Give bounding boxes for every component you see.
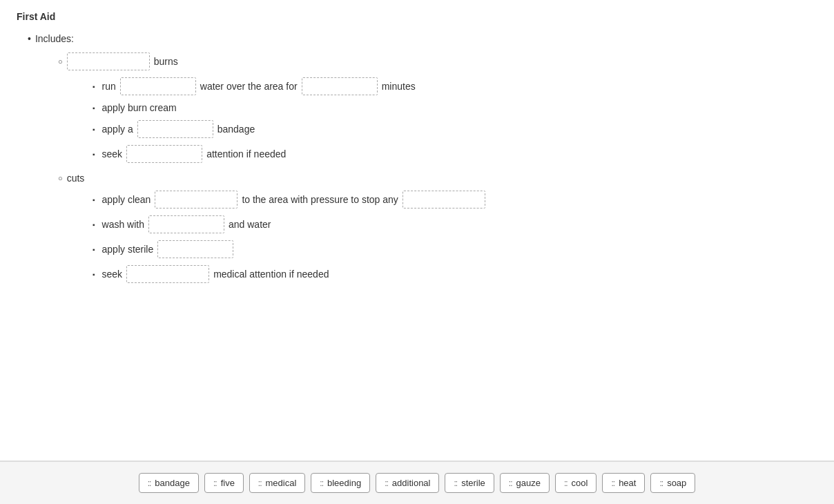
burn-step-3-box[interactable]	[137, 120, 213, 138]
burn-step-4-suffix: attention if needed	[206, 148, 286, 159]
burns-item: ○ burns	[58, 52, 817, 70]
chip-gauze-label: gauze	[516, 478, 541, 488]
cut-step-4-box[interactable]	[126, 265, 209, 283]
chip-heat-label: heat	[619, 478, 636, 488]
cut-step-1: apply clean to the area with pressure to…	[93, 191, 817, 209]
chip-gauze[interactable]: :: gauze	[500, 473, 550, 493]
chip-bleeding[interactable]: :: bleeding	[311, 473, 370, 493]
burn-step-4-prefix: seek	[102, 148, 123, 159]
chip-soap[interactable]: :: soap	[650, 473, 695, 493]
burns-label: burns	[154, 56, 178, 67]
chip-medical[interactable]: :: medical	[249, 473, 305, 493]
chip-bandage[interactable]: :: bandage	[139, 473, 199, 493]
drag-icon-additional: ::	[385, 478, 388, 488]
chip-sterile[interactable]: :: sterile	[445, 473, 494, 493]
burn-step-2: apply burn cream	[93, 102, 817, 113]
cut-step-4-prefix: seek	[102, 269, 123, 280]
burn-step-3: apply a bandage	[93, 120, 817, 138]
burn-step-1-middle: water over the area for	[200, 81, 298, 92]
chip-bandage-label: bandage	[155, 478, 190, 488]
drag-icon-heat: ::	[611, 478, 614, 488]
cut-step-2-suffix: and water	[229, 219, 271, 230]
burn-step-4-box[interactable]	[126, 145, 202, 163]
drag-icon-bleeding: ::	[320, 478, 323, 488]
main-content: First Aid • Includes: ○ burns run water …	[0, 0, 834, 461]
chip-cool-label: cool	[572, 478, 588, 488]
cut-step-2-prefix: wash with	[102, 219, 144, 230]
cut-step-1-middle: to the area with pressure to stop any	[242, 194, 398, 205]
cut-step-3: apply sterile	[93, 240, 817, 258]
chip-sterile-label: sterile	[461, 478, 485, 488]
includes-section: • Includes:	[28, 33, 817, 44]
cut-step-4-suffix: medical attention if needed	[213, 269, 329, 280]
burn-step-1-box1[interactable]	[120, 77, 196, 95]
drag-icon-medical: ::	[258, 478, 262, 488]
chip-five[interactable]: :: five	[204, 473, 244, 493]
cuts-label: cuts	[67, 173, 85, 184]
burn-step-3-prefix: apply a	[102, 124, 133, 135]
burn-step-1-suffix: minutes	[382, 81, 416, 92]
burn-step-1: run water over the area for minutes	[93, 77, 817, 95]
cut-step-1-box1[interactable]	[155, 191, 237, 209]
chip-additional[interactable]: :: additional	[376, 473, 439, 493]
circle-bullet-burns: ○	[58, 57, 63, 66]
drag-icon-bandage: ::	[148, 478, 151, 488]
burns-blank-box[interactable]	[67, 52, 150, 70]
drag-icon-gauze: ::	[509, 478, 512, 488]
burn-step-1-prefix: run	[102, 81, 116, 92]
cut-step-2: wash with and water	[93, 215, 817, 233]
drag-icon-five: ::	[213, 478, 217, 488]
burn-step-4: seek attention if needed	[93, 145, 817, 163]
page-title: First Aid	[17, 11, 817, 22]
drag-chips-toolbar: :: bandage :: five :: medical :: bleedin…	[0, 461, 834, 504]
cut-step-1-box2[interactable]	[403, 191, 485, 209]
chip-soap-label: soap	[667, 478, 686, 488]
cuts-item: ○ cuts	[58, 173, 817, 184]
cut-step-3-box[interactable]	[157, 240, 233, 258]
cut-step-3-prefix: apply sterile	[102, 244, 154, 255]
chip-additional-label: additional	[392, 478, 431, 488]
burn-step-2-text: apply burn cream	[102, 102, 177, 113]
drag-icon-cool: ::	[564, 478, 568, 488]
chip-medical-label: medical	[266, 478, 297, 488]
cut-step-2-box[interactable]	[148, 215, 224, 233]
burn-step-3-suffix: bandage	[217, 124, 255, 135]
drag-icon-sterile: ::	[454, 478, 457, 488]
includes-label-text: Includes:	[35, 33, 74, 44]
chip-bleeding-label: bleeding	[327, 478, 361, 488]
chip-five-label: five	[221, 478, 235, 488]
chip-heat[interactable]: :: heat	[602, 473, 645, 493]
circle-bullet-cuts: ○	[58, 174, 63, 182]
chip-cool[interactable]: :: cool	[555, 473, 597, 493]
drag-icon-soap: ::	[659, 478, 663, 488]
burn-step-1-box2[interactable]	[302, 77, 378, 95]
cut-step-4: seek medical attention if needed	[93, 265, 817, 283]
bullet-disc: •	[28, 33, 31, 44]
cut-step-1-prefix: apply clean	[102, 194, 151, 205]
